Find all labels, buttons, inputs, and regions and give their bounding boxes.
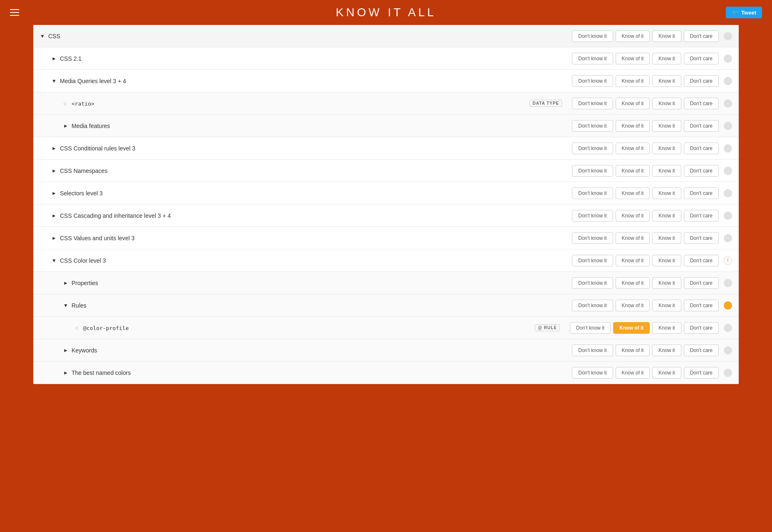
know-of-button[interactable]: Know of it (616, 187, 650, 199)
expand-icon[interactable]: ► (63, 123, 68, 129)
expand-icon[interactable]: ► (52, 145, 57, 151)
row-label-text: The best named colors (72, 369, 131, 376)
expand-icon[interactable]: ○ (75, 325, 80, 331)
row-label-text: CSS (48, 33, 60, 39)
dont-care-button[interactable]: Don't care (684, 277, 719, 289)
know-button[interactable]: Know it (652, 300, 681, 311)
expand-icon[interactable]: ► (63, 280, 68, 286)
know-button[interactable]: Know it (652, 120, 681, 132)
status-dot (724, 167, 732, 175)
dont-care-button[interactable]: Don't care (684, 367, 719, 379)
know-button[interactable]: Know it (652, 367, 681, 379)
know-button[interactable]: Know it (652, 165, 681, 177)
dont-know-button[interactable]: Don't know it (572, 277, 613, 289)
know-button[interactable]: Know it (652, 75, 681, 87)
expand-icon[interactable]: ► (63, 347, 68, 353)
dont-know-button[interactable]: Don't know it (572, 143, 613, 154)
dont-care-button[interactable]: Don't care (684, 75, 719, 87)
status-dot (724, 346, 732, 355)
dont-care-button[interactable]: Don't care (684, 98, 719, 109)
know-of-button[interactable]: Know of it (616, 120, 650, 132)
row-label-text: @color-profile (83, 325, 129, 331)
know-of-button[interactable]: Know of it (616, 232, 650, 244)
dont-know-button[interactable]: Don't know it (572, 300, 613, 311)
dont-know-button[interactable]: Don't know it (572, 367, 613, 379)
hamburger-menu[interactable] (10, 9, 19, 16)
know-button[interactable]: Know it (652, 345, 681, 356)
dont-care-button[interactable]: Don't care (684, 165, 719, 177)
dont-care-button[interactable]: Don't care (684, 232, 719, 244)
dont-know-button[interactable]: Don't know it (572, 232, 613, 244)
expand-icon[interactable]: ► (52, 190, 57, 196)
tweet-button[interactable]: 🐦 Tweet (726, 7, 762, 18)
table-row: ▼Media Queries level 3 + 4Don't know itK… (33, 70, 739, 92)
dont-know-button[interactable]: Don't know it (572, 53, 613, 64)
dont-care-button[interactable]: Don't care (684, 120, 719, 132)
know-of-button[interactable]: Know of it (616, 143, 650, 154)
status-dot (724, 32, 732, 40)
status-dot (724, 212, 732, 220)
table-row: ►Selectors level 3Don't know itKnow of i… (33, 182, 739, 204)
know-button[interactable]: Know it (652, 210, 681, 222)
know-of-button[interactable]: Know of it (616, 367, 650, 379)
dont-care-button[interactable]: Don't care (684, 53, 719, 64)
know-button[interactable]: Know it (652, 98, 681, 109)
dont-care-button[interactable]: Don't care (684, 210, 719, 222)
dont-know-button[interactable]: Don't know it (572, 120, 613, 132)
expand-icon[interactable]: ► (63, 370, 68, 376)
expand-icon[interactable]: ► (52, 213, 57, 219)
expand-icon[interactable]: ► (52, 168, 57, 174)
status-dot (724, 369, 732, 377)
choice-button-group: Don't know itKnow of itKnow itDon't care (572, 367, 722, 379)
know-button[interactable]: Know it (652, 232, 681, 244)
know-button[interactable]: Know it (652, 277, 681, 289)
dont-know-button[interactable]: Don't know it (572, 210, 613, 222)
expand-icon[interactable]: ► (52, 235, 57, 241)
expand-icon[interactable]: ▼ (52, 258, 57, 264)
know-button[interactable]: Know it (652, 30, 681, 42)
expand-icon[interactable]: ▼ (63, 303, 68, 308)
know-of-button[interactable]: Know of it (613, 322, 650, 334)
know-of-button[interactable]: Know of it (616, 210, 650, 222)
dont-know-button[interactable]: Don't know it (570, 322, 611, 334)
know-of-button[interactable]: Know of it (616, 75, 650, 87)
row-label-text: Rules (72, 302, 87, 309)
dont-know-button[interactable]: Don't know it (572, 75, 613, 87)
row-label-text: CSS Color level 3 (60, 257, 106, 264)
know-button[interactable]: Know it (652, 322, 681, 334)
expand-icon[interactable]: ▼ (52, 78, 57, 84)
dont-know-button[interactable]: Don't know it (572, 30, 613, 42)
dont-know-button[interactable]: Don't know it (572, 165, 613, 177)
know-of-button[interactable]: Know of it (616, 98, 650, 109)
table-row: ▼CSSDon't know itKnow of itKnow itDon't … (33, 25, 739, 47)
know-of-button[interactable]: Know of it (616, 255, 650, 266)
know-of-button[interactable]: Know of it (616, 345, 650, 356)
expand-icon[interactable]: ○ (63, 100, 68, 107)
expand-icon[interactable]: ► (52, 56, 57, 62)
know-of-button[interactable]: Know of it (616, 277, 650, 289)
know-button[interactable]: Know it (652, 255, 681, 266)
dont-care-button[interactable]: Don't care (684, 300, 719, 311)
dont-know-button[interactable]: Don't know it (572, 255, 613, 266)
know-of-button[interactable]: Know of it (616, 165, 650, 177)
know-of-button[interactable]: Know of it (616, 30, 650, 42)
choice-button-group: Don't know itKnow of itKnow itDon't care (572, 300, 722, 311)
dont-know-button[interactable]: Don't know it (572, 345, 613, 356)
dont-care-button[interactable]: Don't care (684, 322, 719, 334)
dont-care-button[interactable]: Don't care (684, 255, 719, 266)
dont-care-button[interactable]: Don't care (684, 187, 719, 199)
know-button[interactable]: Know it (652, 187, 681, 199)
choice-button-group: Don't know itKnow of itKnow itDon't care (572, 98, 722, 109)
choice-button-group: Don't know itKnow of itKnow itDon't care (572, 30, 722, 42)
know-button[interactable]: Know it (652, 53, 681, 64)
table-row: ►CSS Conditional rules level 3Don't know… (33, 137, 739, 160)
dont-care-button[interactable]: Don't care (684, 30, 719, 42)
know-of-button[interactable]: Know of it (616, 53, 650, 64)
dont-care-button[interactable]: Don't care (684, 143, 719, 154)
expand-icon[interactable]: ▼ (40, 33, 45, 39)
know-button[interactable]: Know it (652, 143, 681, 154)
know-of-button[interactable]: Know of it (616, 300, 650, 311)
dont-know-button[interactable]: Don't know it (572, 187, 613, 199)
dont-care-button[interactable]: Don't care (684, 345, 719, 356)
dont-know-button[interactable]: Don't know it (572, 98, 613, 109)
